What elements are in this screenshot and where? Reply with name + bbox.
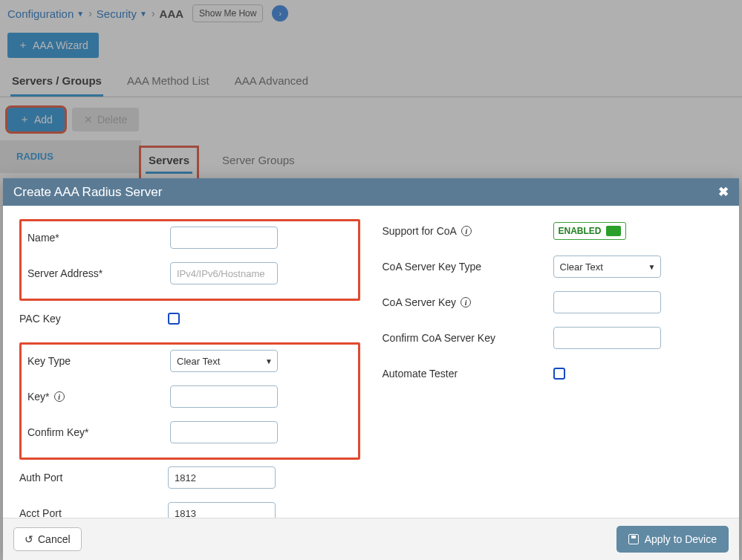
server-address-input[interactable] (170, 262, 278, 284)
delete-button[interactable]: ✕ Delete (72, 108, 139, 131)
support-coa-toggle[interactable]: ENABLED (553, 222, 626, 240)
info-icon[interactable]: i (461, 297, 471, 307)
modal-right-column: Support for CoA i ENABLED CoA Server Key… (383, 219, 723, 510)
coa-key-type-label: CoA Server Key Type (383, 261, 553, 273)
pac-key-label: PAC Key (19, 313, 168, 325)
delete-button-label: Delete (97, 114, 127, 126)
key-label: Key* i (27, 391, 170, 403)
caret-down-icon: ▼ (140, 10, 147, 18)
aaa-wizard-button[interactable]: ＋ AAA Wizard (7, 33, 99, 58)
coa-server-key-label-text: CoA Server Key (383, 296, 457, 308)
info-icon[interactable]: i (54, 391, 65, 402)
coa-key-type-select[interactable]: Clear Text ▼ (553, 255, 661, 278)
aaa-wizard-label: AAA Wizard (33, 39, 88, 51)
auth-port-input[interactable] (168, 466, 276, 489)
key-type-value: Clear Text (177, 356, 220, 367)
cancel-button-label: Cancel (38, 533, 71, 545)
coa-server-key-label: CoA Server Key i (383, 296, 553, 308)
name-address-group: Name* Server Address* (19, 219, 360, 301)
top-tabs: Servers / Groups AAA Method List AAA Adv… (0, 68, 742, 97)
key-type-select[interactable]: Clear Text ▼ (170, 350, 278, 372)
save-icon (628, 534, 639, 544)
plus-icon: ＋ (18, 39, 28, 52)
coa-key-type-value: Clear Text (560, 261, 603, 273)
undo-icon: ↺ (25, 533, 33, 545)
confirm-coa-key-input[interactable] (553, 327, 661, 349)
key-label-text: Key* (27, 391, 50, 403)
caret-down-icon: ▼ (77, 10, 84, 18)
breadcrumb-configuration[interactable]: Configuration ▼ (7, 7, 84, 20)
close-icon[interactable]: ✖ (718, 184, 729, 200)
caret-down-icon: ▼ (648, 263, 656, 271)
confirm-coa-key-label: Confirm CoA Server Key (383, 332, 553, 344)
side-tab-radius[interactable]: RADIUS (0, 140, 141, 173)
create-radius-server-modal: Create AAA Radius Server ✖ Name* Server … (3, 178, 739, 560)
apply-button-label: Apply to Device (645, 533, 717, 545)
action-row: ＋ Add ✕ Delete (0, 97, 742, 140)
coa-server-key-input[interactable] (553, 291, 661, 313)
acct-port-input[interactable] (168, 502, 276, 518)
modal-footer: ↺ Cancel Apply to Device (3, 518, 739, 560)
add-button-label: Add (34, 114, 53, 126)
support-coa-state: ENABLED (559, 226, 602, 236)
caret-down-icon: ▼ (265, 357, 273, 365)
apply-to-device-button[interactable]: Apply to Device (616, 526, 729, 553)
automate-tester-label: Automate Tester (383, 368, 553, 380)
chevron-right-icon: › (152, 7, 155, 19)
add-button[interactable]: ＋ Add (7, 108, 65, 131)
modal-titlebar: Create AAA Radius Server ✖ (3, 178, 739, 206)
support-coa-label: Support for CoA i (383, 225, 553, 237)
name-input[interactable] (170, 227, 278, 249)
breadcrumb-current: AAA (160, 7, 184, 20)
key-input[interactable] (170, 385, 278, 408)
support-coa-label-text: Support for CoA (383, 225, 457, 237)
info-icon[interactable]: i (461, 226, 472, 236)
automate-tester-checkbox[interactable] (553, 368, 565, 380)
breadcrumb-security[interactable]: Security ▼ (97, 7, 147, 20)
pac-key-checkbox[interactable] (168, 313, 180, 325)
breadcrumb: Configuration ▼ › Security ▼ › AAA Show … (0, 0, 742, 27)
plus-icon: ＋ (19, 113, 30, 126)
chevron-right-icon: › (88, 7, 92, 19)
confirm-key-input[interactable] (170, 421, 278, 443)
play-walkthrough-icon[interactable]: › (272, 5, 288, 22)
auth-port-label: Auth Port (19, 472, 168, 484)
server-address-label: Server Address* (27, 267, 170, 279)
tab-method-list[interactable]: AAA Method List (126, 68, 211, 97)
modal-left-column: Name* Server Address* PAC Key Key Type (19, 219, 360, 510)
cancel-button[interactable]: ↺ Cancel (13, 527, 82, 551)
key-group: Key Type Clear Text ▼ Key* i (19, 342, 360, 460)
breadcrumb-configuration-label: Configuration (7, 7, 74, 20)
tab-aaa-advanced[interactable]: AAA Advanced (233, 68, 310, 97)
acct-port-label: Acct Port (19, 507, 168, 518)
breadcrumb-security-label: Security (97, 7, 137, 20)
inner-tab-servers[interactable]: Servers (141, 148, 197, 174)
x-icon: ✕ (84, 114, 93, 126)
tab-servers-groups[interactable]: Servers / Groups (10, 68, 103, 97)
toggle-switch-icon (606, 226, 621, 236)
key-type-label: Key Type (27, 355, 170, 367)
show-me-how-button[interactable]: Show Me How (192, 4, 263, 22)
modal-title-text: Create AAA Radius Server (13, 185, 162, 200)
confirm-key-label: Confirm Key* (27, 426, 170, 438)
name-label: Name* (27, 232, 170, 244)
